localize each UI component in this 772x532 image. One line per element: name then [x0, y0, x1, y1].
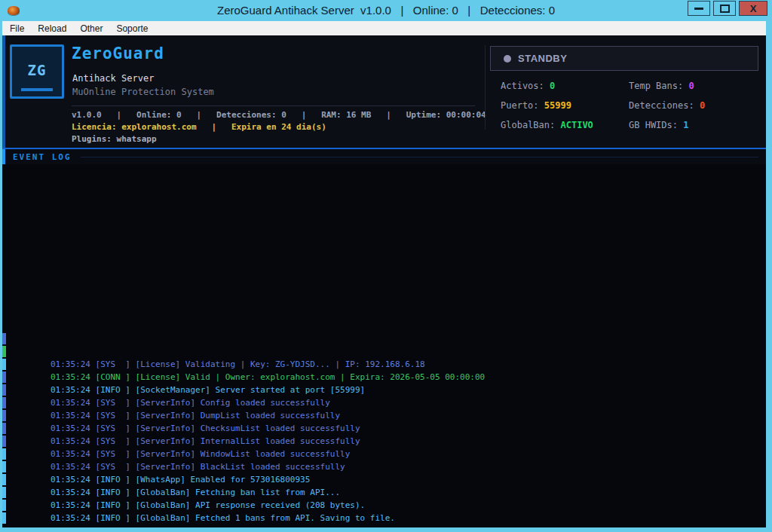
event-log-accent-bar	[2, 149, 5, 164]
log-level-marker	[2, 346, 6, 357]
stat-label: Puerto:	[501, 100, 544, 111]
stat-label: GB HWIDs:	[629, 120, 683, 130]
log-entry: 01:35:24 [INFO ] [GlobalBan] API respons…	[2, 473, 766, 486]
maximize-button[interactable]	[713, 1, 736, 16]
log-level-marker	[2, 448, 6, 460]
stat-value: 0	[550, 81, 555, 91]
log-entry: 01:35:24 [SYS ] [ServerInfo] DumpList lo…	[2, 384, 766, 396]
log-level-marker	[2, 487, 6, 498]
log-entry: 01:35:24 [INFO ] [WhatsApp] Enabled for …	[2, 448, 766, 460]
log-level-marker	[2, 461, 6, 472]
logo-underline	[21, 88, 53, 91]
menu-item-reload[interactable]: Reload	[31, 21, 73, 35]
main-content: ZG ZeroGuard Antihack Server MuOnline Pr…	[2, 35, 766, 527]
stat-item: Activos: 0	[501, 81, 629, 91]
log-entry: 01:35:24 [INFO ] [PortMonitor] Started -…	[2, 512, 766, 524]
log-entry: 01:35:24 [SYS ] [ServerInfo] Config load…	[2, 371, 766, 384]
stat-value: 55999	[544, 100, 571, 111]
title-bar: ZeroGuard Antihack Server v1.0.0 | Onlin…	[0, 0, 772, 21]
app-name: ZeroGuard	[72, 44, 164, 63]
stat-value: 1	[683, 120, 688, 130]
menu-item-soporte[interactable]: Soporte	[109, 21, 155, 35]
stat-label: Activos:	[501, 81, 550, 91]
minimize-button[interactable]	[688, 1, 710, 16]
stats-grid: Activos: 0 Temp Bans: 0 Puerto: 55999 De…	[501, 81, 705, 130]
log-level-marker	[2, 410, 6, 421]
window-title: ZeroGuard Antihack Server v1.0.0 | Onlin…	[0, 4, 772, 17]
event-log-list[interactable]: 01:35:24 [SYS ] [License] Validating | K…	[2, 164, 766, 527]
header-accent-bar	[2, 35, 5, 148]
log-level-marker	[2, 474, 6, 485]
app-subtitle: Antihack Server	[72, 73, 154, 84]
log-level-marker	[2, 384, 6, 396]
log-level-marker	[2, 436, 6, 447]
stat-value: 0	[700, 100, 705, 111]
log-level-marker	[2, 359, 6, 370]
stat-label: Temp Bans:	[629, 81, 688, 91]
log-level-marker	[2, 512, 6, 524]
stat-item: GB HWIDs: 1	[629, 120, 705, 130]
vertical-divider	[485, 45, 486, 130]
stat-item: GlobalBan: ACTIVO	[501, 120, 629, 130]
app-tagline: MuOnline Protection System	[72, 87, 214, 97]
log-entry: 01:35:24 [INFO ] [GlobalBan] Fetched 1 b…	[2, 486, 766, 499]
log-entry: 01:35:24 [SYS ] [ServerInfo] InternalLis…	[2, 409, 766, 422]
server-stats-line: v1.0.0 | Online: 0 | Detecciones: 0 | RA…	[72, 110, 486, 120]
stat-value: 0	[688, 81, 694, 91]
log-level-marker	[2, 371, 6, 383]
menu-item-other[interactable]: Other	[73, 21, 109, 35]
status-banner: STANDBY	[490, 46, 758, 71]
log-level-marker	[2, 333, 6, 344]
header-panel: ZG ZeroGuard Antihack Server MuOnline Pr…	[2, 35, 766, 148]
plugins-line: Plugins: whatsapp	[72, 134, 157, 144]
app-logo: ZG	[10, 44, 64, 99]
log-entry: 01:35:24 [SYS ] [ServerInfo] BlackList l…	[2, 435, 766, 448]
close-button[interactable]: X	[739, 1, 767, 16]
log-entry: 01:35:24 [INFO ] [GlobalBan] Saved 1 ent…	[2, 499, 766, 512]
stat-item: Temp Bans: 0	[629, 81, 705, 91]
close-icon: X	[750, 4, 757, 14]
log-level-marker	[2, 397, 6, 408]
license-line: Licencia: explorahost.com | Expira en 24…	[72, 122, 326, 132]
menu-item-file[interactable]: File	[2, 21, 31, 35]
stat-item: Detecciones: 0	[629, 100, 705, 111]
event-log-title: EVENT LOG	[13, 152, 72, 162]
stat-label: Detecciones:	[629, 100, 700, 111]
event-log-header: EVENT LOG	[2, 148, 766, 164]
log-entry-text: 01:35:24 [INFO ] [GlobalBan] Saved 1 ent…	[51, 526, 415, 527]
stat-value: ACTIVO	[560, 120, 593, 130]
minimize-icon	[694, 8, 703, 10]
log-entry: 01:35:24 [SYS ] [ServerInfo] ChecksumLis…	[2, 396, 766, 409]
event-log-rule	[81, 157, 758, 157]
stat-label: GlobalBan:	[501, 120, 560, 130]
status-state-label: STANDBY	[518, 53, 567, 64]
maximize-icon	[720, 5, 730, 13]
header-divider	[72, 105, 475, 106]
log-level-marker	[2, 423, 6, 434]
logo-monogram: ZG	[12, 62, 62, 78]
log-level-marker	[2, 500, 6, 511]
log-entry: 01:35:24 [SYS ] [License] Validating | K…	[2, 332, 766, 345]
app-window: ZeroGuard Antihack Server v1.0.0 | Onlin…	[0, 0, 772, 532]
menu-bar: File Reload Other Soporte	[2, 21, 766, 35]
log-entry: 01:35:24 [SYS ] [ServerInfo] WindowList …	[2, 422, 766, 435]
window-controls: X	[688, 1, 767, 16]
log-entry: 01:35:24 [INFO ] [SocketManager] Server …	[2, 358, 766, 371]
status-dot-icon	[504, 55, 511, 63]
log-entry: 01:35:24 [INFO ] [GlobalBan] Fetching ba…	[2, 460, 766, 473]
log-entry: 01:35:24 [CONN ] [License] Valid | Owner…	[2, 345, 766, 358]
stat-item: Puerto: 55999	[501, 100, 629, 111]
